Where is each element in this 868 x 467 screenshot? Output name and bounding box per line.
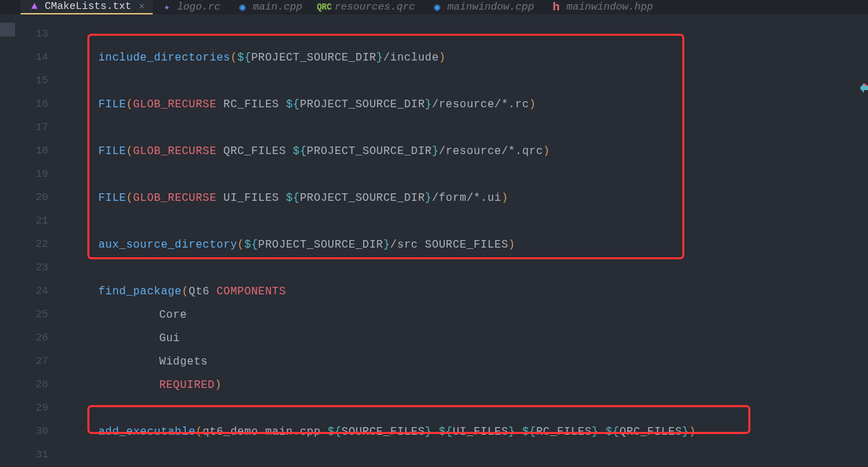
code-line: Widgets — [65, 350, 868, 373]
line-number: 29 — [0, 397, 48, 420]
line-number: 31 — [0, 444, 48, 467]
code-line — [65, 69, 868, 93]
tab-label: logo.rc — [177, 1, 220, 13]
editor-body[interactable]: 13 14 15 16 17 18 19 20 21 22 23 24 25 2… — [0, 14, 868, 467]
tab-label: resources.qrc — [334, 1, 415, 13]
line-number-gutter: 13 14 15 16 17 18 19 20 21 22 23 24 25 2… — [0, 14, 65, 467]
code-line — [65, 116, 868, 140]
cpp-icon: ◉ — [432, 2, 443, 13]
close-icon[interactable]: × — [139, 1, 144, 12]
code-line — [65, 257, 868, 280]
tab-label: main.cpp — [252, 1, 302, 13]
code-line — [65, 23, 868, 46]
tab-cmakelists[interactable]: ▲ CMakeLists.txt × — [21, 0, 153, 14]
tab-label: mainwindow.hpp — [567, 1, 653, 13]
line-number: 16 — [0, 93, 48, 116]
code-line — [65, 210, 868, 233]
code-line — [65, 397, 868, 420]
code-line: FILE(GLOB_RECURSE QRC_FILES ${PROJECT_SO… — [65, 140, 868, 163]
line-number: 23 — [0, 257, 48, 280]
line-number: 14 — [0, 46, 48, 69]
code-line: FILE(GLOB_RECURSE RC_FILES ${PROJECT_SOU… — [65, 93, 868, 116]
tab-main-cpp[interactable]: ◉ main.cpp — [228, 0, 310, 14]
tab-label: CMakeLists.txt — [45, 1, 131, 12]
code-line: aux_source_directory(${PROJECT_SOURCE_DI… — [65, 233, 868, 257]
line-number: 28 — [0, 373, 48, 397]
line-number: 15 — [0, 69, 48, 93]
editor-container: ▲ CMakeLists.txt × ✦ logo.rc ◉ main.cpp … — [0, 0, 868, 467]
line-number: 25 — [0, 303, 48, 327]
cpp-icon: ◉ — [237, 2, 248, 13]
tab-mainwindow-hpp[interactable]: h mainwindow.hpp — [543, 0, 662, 14]
qrc-icon: QRC — [318, 2, 329, 13]
code-line: find_package(Qt6 COMPONENTS — [65, 280, 868, 303]
code-line: include_directories(${PROJECT_SOURCE_DIR… — [65, 46, 868, 69]
tab-resources-qrc[interactable]: QRC resources.qrc — [310, 0, 423, 14]
line-number: 30 — [0, 420, 48, 444]
code-area[interactable]: include_directories(${PROJECT_SOURCE_DIR… — [65, 14, 868, 467]
vs-icon: ✦ — [161, 2, 172, 13]
gutter-marker — [0, 23, 15, 36]
line-number: 18 — [0, 140, 48, 163]
line-number: 26 — [0, 327, 48, 350]
line-number: 17 — [0, 116, 48, 140]
hpp-icon: h — [551, 2, 562, 13]
code-line: add_executable(qt6_demo main.cpp ${SOURC… — [65, 420, 868, 444]
code-line: Core — [65, 303, 868, 327]
tab-logo-rc[interactable]: ✦ logo.rc — [153, 0, 228, 14]
code-line: Gui — [65, 327, 868, 350]
code-line: REQUIRED) — [65, 373, 868, 397]
accent-decoration-icon — [860, 83, 868, 93]
tab-mainwindow-cpp[interactable]: ◉ mainwindow.cpp — [424, 0, 543, 14]
line-number: 24 — [0, 280, 48, 303]
tab-bar: ▲ CMakeLists.txt × ✦ logo.rc ◉ main.cpp … — [0, 0, 868, 14]
line-number: 19 — [0, 163, 48, 186]
line-number: 20 — [0, 186, 48, 210]
cmake-icon: ▲ — [29, 1, 40, 12]
code-line — [65, 163, 868, 186]
code-line — [65, 444, 868, 467]
code-line: FILE(GLOB_RECURSE UI_FILES ${PROJECT_SOU… — [65, 186, 868, 210]
tab-label: mainwindow.cpp — [448, 1, 534, 13]
line-number: 22 — [0, 233, 48, 257]
line-number: 27 — [0, 350, 48, 373]
line-number: 21 — [0, 210, 48, 233]
